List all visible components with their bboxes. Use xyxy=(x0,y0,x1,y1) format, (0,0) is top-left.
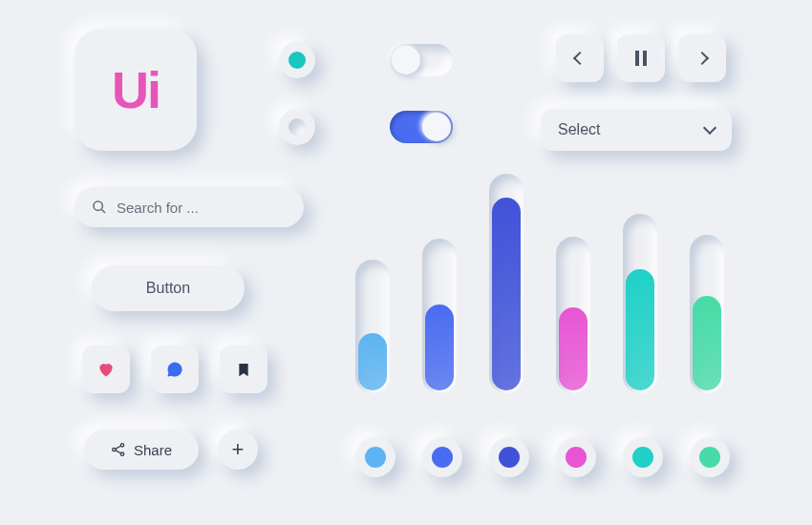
logo-text: Ui xyxy=(112,60,160,119)
eq-slider-1[interactable] xyxy=(355,260,390,393)
svg-line-8 xyxy=(116,451,121,453)
radio-dot-icon xyxy=(288,52,306,69)
toggle-knob xyxy=(422,113,451,141)
share-button[interactable]: Share xyxy=(84,430,199,470)
color-swatch-4[interactable] xyxy=(556,437,596,477)
color-swatch-2[interactable] xyxy=(422,437,462,477)
chevron-right-icon xyxy=(695,52,709,65)
select-label: Select xyxy=(558,121,600,138)
eq-fill xyxy=(358,333,387,390)
chat-icon xyxy=(165,360,184,379)
plus-icon: + xyxy=(232,437,245,462)
swatch-dot-icon xyxy=(499,447,520,468)
heart-icon xyxy=(96,360,116,379)
eq-slider-5[interactable] xyxy=(623,214,657,393)
eq-fill xyxy=(559,307,588,390)
color-swatch-5[interactable] xyxy=(623,437,663,477)
primary-button[interactable]: Button xyxy=(92,265,245,311)
chevron-down-icon xyxy=(703,121,716,135)
swatch-dot-icon xyxy=(699,447,720,468)
pause-button[interactable] xyxy=(617,34,665,82)
svg-point-2 xyxy=(94,201,102,210)
logo-tile: Ui xyxy=(75,29,197,151)
radio-selected[interactable] xyxy=(279,42,315,78)
eq-fill xyxy=(693,296,721,390)
eq-fill xyxy=(425,304,454,390)
add-button[interactable]: + xyxy=(218,430,258,470)
eq-slider-4[interactable] xyxy=(556,237,590,393)
prev-button[interactable] xyxy=(556,34,604,82)
pause-icon xyxy=(634,51,648,66)
swatch-dot-icon xyxy=(566,447,587,468)
swatch-dot-icon xyxy=(432,447,453,468)
color-swatch-1[interactable] xyxy=(355,437,395,477)
share-label: Share xyxy=(134,442,172,458)
swatch-dot-icon xyxy=(365,447,386,468)
button-label: Button xyxy=(146,280,190,297)
search-input[interactable]: Search for ... xyxy=(75,187,304,227)
color-swatch-3[interactable] xyxy=(489,437,529,477)
heart-button[interactable] xyxy=(82,346,130,393)
toggle-off[interactable] xyxy=(390,44,453,76)
search-placeholder: Search for ... xyxy=(117,200,199,216)
eq-slider-6[interactable] xyxy=(690,235,724,393)
radio-hole-icon xyxy=(288,118,306,136)
svg-rect-1 xyxy=(643,51,647,66)
color-swatch-6[interactable] xyxy=(690,437,730,477)
chat-button[interactable] xyxy=(151,346,199,393)
toggle-on[interactable] xyxy=(390,111,453,143)
bookmark-icon xyxy=(236,360,251,379)
svg-rect-0 xyxy=(635,51,639,66)
search-icon xyxy=(92,200,107,215)
eq-slider-2[interactable] xyxy=(422,239,457,393)
share-icon xyxy=(111,442,126,457)
svg-line-7 xyxy=(116,446,121,449)
eq-fill xyxy=(492,198,521,390)
svg-line-3 xyxy=(101,209,105,213)
radio-unselected[interactable] xyxy=(279,109,315,145)
bookmark-button[interactable] xyxy=(220,346,267,393)
eq-fill xyxy=(626,269,654,390)
eq-slider-3[interactable] xyxy=(489,174,524,393)
select-dropdown[interactable]: Select xyxy=(541,109,732,151)
chevron-left-icon xyxy=(573,52,587,65)
swatch-dot-icon xyxy=(632,447,653,468)
next-button[interactable] xyxy=(678,34,726,82)
toggle-knob xyxy=(392,46,420,74)
